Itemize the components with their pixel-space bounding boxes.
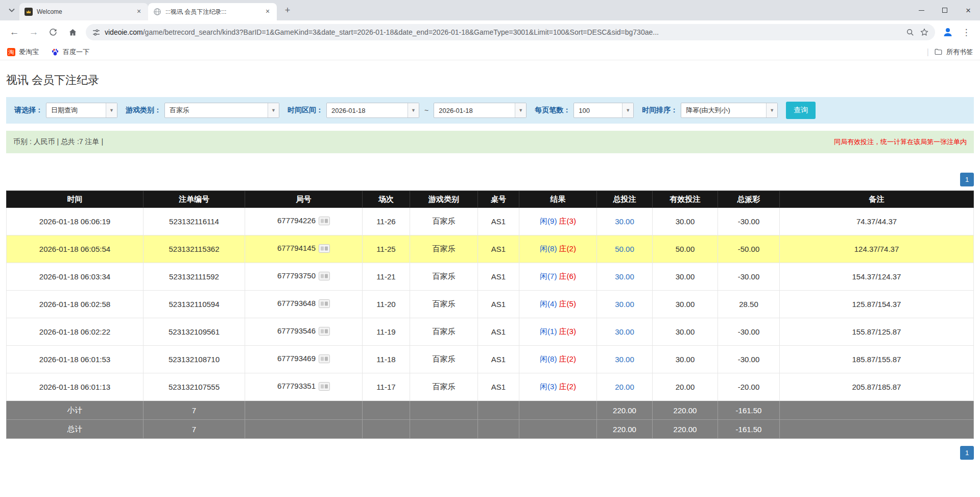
tab-search-chevron-icon[interactable] xyxy=(5,4,18,17)
total-bet-link[interactable]: 30.00 xyxy=(615,300,634,309)
total-bet-link[interactable]: 30.00 xyxy=(615,272,634,281)
cell-valid-bet: 20.00 xyxy=(653,373,718,401)
tab-bet-record[interactable]: :::视讯 会员下注纪录::: × xyxy=(148,3,277,20)
cell-bet-id: 523132107555 xyxy=(144,373,245,401)
cell-time: 2026-01-18 06:06:19 xyxy=(7,208,144,235)
page-size-input[interactable]: 100 ▼ xyxy=(573,103,634,118)
bookmarks-divider: | xyxy=(927,48,929,57)
cell-time: 2026-01-18 06:03:34 xyxy=(7,263,144,291)
refresh-icon[interactable] xyxy=(44,23,62,41)
empty-cell xyxy=(245,420,363,439)
bookmark-aitaobao[interactable]: 淘 爱淘宝 xyxy=(7,48,39,57)
column-header-8: 有效投注 xyxy=(653,191,718,208)
query-type-select[interactable]: 日期查询 ▼ xyxy=(46,103,117,118)
total-bet-link[interactable]: 50.00 xyxy=(615,245,634,253)
cell-table-no: AS1 xyxy=(478,291,519,318)
cell-valid-bet: 30.00 xyxy=(653,291,718,318)
window-controls: × xyxy=(910,0,980,20)
cell-note: 125.87/154.37 xyxy=(780,291,974,318)
cell-result: 闲(4) 庄(5) xyxy=(519,291,597,318)
select-type-label: 请选择： xyxy=(14,106,43,115)
total-label: 总计 xyxy=(7,420,144,439)
table-row: 2026-01-18 06:01:53523132108710677793469… xyxy=(7,346,974,373)
empty-cell xyxy=(519,420,597,439)
subtotal-valid-bet: 220.00 xyxy=(653,401,718,420)
cell-round-id: 677794226 xyxy=(245,208,363,235)
all-bookmarks-button[interactable]: 所有书签 xyxy=(934,48,973,57)
result-player: 闲(1) xyxy=(540,327,557,336)
result-banker: 庄(5) xyxy=(559,299,576,308)
maximize-button[interactable] xyxy=(933,0,957,20)
round-result-icon[interactable] xyxy=(319,327,330,337)
bookmark-label: 百度一下 xyxy=(63,48,89,57)
menu-kebab-icon[interactable]: ⋮ xyxy=(958,23,975,41)
baidu-icon xyxy=(51,48,59,56)
sort-order-select[interactable]: 降幂(由大到小) ▼ xyxy=(681,103,778,118)
result-player: 闲(7) xyxy=(540,272,557,280)
cell-result: 闲(9) 庄(3) xyxy=(519,208,597,235)
cell-game-kind: 百家乐 xyxy=(410,291,478,318)
sort-order-label: 时间排序： xyxy=(642,106,678,115)
cell-total-bet: 20.00 xyxy=(597,373,653,401)
total-bet-link[interactable]: 30.00 xyxy=(615,217,634,226)
globe-favicon xyxy=(153,8,161,16)
total-total-bet: 220.00 xyxy=(597,420,653,439)
cell-round-id: 677793648 xyxy=(245,291,363,318)
close-window-button[interactable]: × xyxy=(957,0,980,20)
cell-payout: 28.50 xyxy=(718,291,780,318)
result-banker: 庄(2) xyxy=(559,244,576,253)
cell-valid-bet: 30.00 xyxy=(653,346,718,373)
page-1-button[interactable]: 1 xyxy=(960,446,974,460)
total-bet-link[interactable]: 30.00 xyxy=(615,355,634,364)
bookmark-star-icon[interactable] xyxy=(920,28,929,37)
total-bet-link[interactable]: 20.00 xyxy=(615,383,634,391)
all-bookmarks-label: 所有书签 xyxy=(946,48,973,57)
cell-payout: -30.00 xyxy=(718,346,780,373)
search-button[interactable]: 查询 xyxy=(786,102,816,119)
cell-bet-id: 523132109561 xyxy=(144,318,245,346)
round-result-icon[interactable] xyxy=(319,272,330,282)
back-icon[interactable]: ← xyxy=(5,23,23,41)
cell-game-kind: 百家乐 xyxy=(410,208,478,235)
tab-close-icon[interactable]: × xyxy=(135,8,143,16)
cell-game-kind: 百家乐 xyxy=(410,263,478,291)
home-icon[interactable] xyxy=(63,23,82,41)
result-player: 闲(8) xyxy=(540,244,557,253)
cell-total-bet: 30.00 xyxy=(597,291,653,318)
minimize-button[interactable] xyxy=(910,0,933,20)
round-result-icon[interactable] xyxy=(319,217,330,227)
bookmark-baidu[interactable]: 百度一下 xyxy=(51,48,89,57)
tab-close-icon[interactable]: × xyxy=(264,8,272,16)
tab-welcome[interactable]: Welcome × xyxy=(19,3,148,20)
cell-time: 2026-01-18 06:05:54 xyxy=(7,235,144,263)
browser-toolbar: ← → videoie.com/game/betrecord_search/ki… xyxy=(0,20,980,44)
date-end-input[interactable]: 2026-01-18 ▼ xyxy=(434,103,527,118)
game-kind-select[interactable]: 百家乐 ▼ xyxy=(164,103,279,118)
zoom-icon[interactable] xyxy=(906,28,915,37)
cell-result: 闲(1) 庄(3) xyxy=(519,318,597,346)
forward-icon[interactable]: → xyxy=(25,23,43,41)
profile-avatar-icon[interactable] xyxy=(939,23,957,41)
round-result-icon[interactable] xyxy=(319,244,330,254)
result-player: 闲(4) xyxy=(540,299,557,308)
result-banker: 庄(2) xyxy=(559,382,576,391)
cell-note: 74.37/44.37 xyxy=(780,208,974,235)
new-tab-button[interactable]: + xyxy=(281,4,294,17)
cell-table-no: AS1 xyxy=(478,263,519,291)
page-1-button[interactable]: 1 xyxy=(960,173,974,186)
cell-note: 205.87/185.87 xyxy=(780,373,974,401)
column-header-10: 备注 xyxy=(780,191,974,208)
round-result-icon[interactable] xyxy=(319,382,330,392)
cell-payout: -30.00 xyxy=(718,318,780,346)
column-header-0: 时间 xyxy=(7,191,144,208)
game-kind-label: 游戏类别： xyxy=(126,106,161,115)
url-text[interactable]: videoie.com/game/betrecord_search/kind3?… xyxy=(105,28,902,36)
table-row: 2026-01-18 06:03:34523132111592677793750… xyxy=(7,263,974,291)
address-bar[interactable]: videoie.com/game/betrecord_search/kind3?… xyxy=(86,24,935,40)
round-result-icon[interactable] xyxy=(319,299,330,310)
total-bet-link[interactable]: 30.00 xyxy=(615,327,634,336)
date-start-input[interactable]: 2026-01-18 ▼ xyxy=(326,103,419,118)
round-result-icon[interactable] xyxy=(319,354,330,365)
site-settings-icon[interactable] xyxy=(92,28,101,37)
column-header-6: 结果 xyxy=(519,191,597,208)
